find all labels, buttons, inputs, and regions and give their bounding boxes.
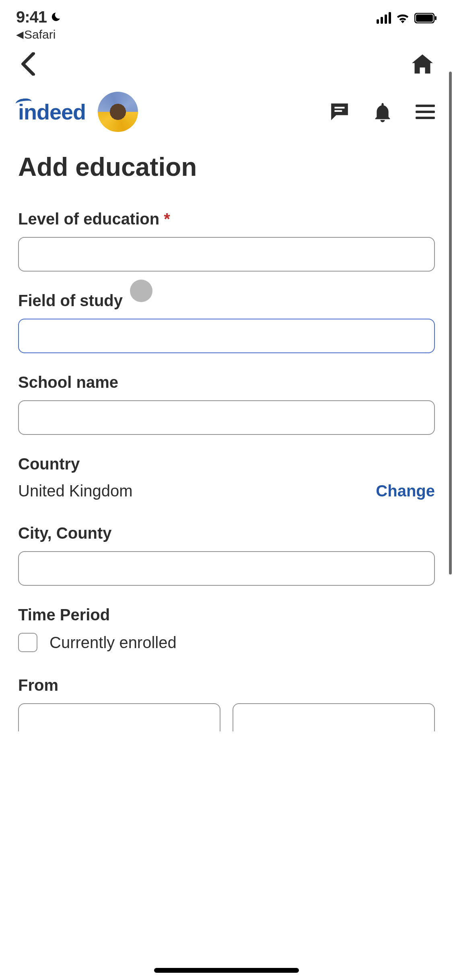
from-group: From [18, 676, 435, 731]
svg-rect-1 [416, 14, 433, 22]
school-name-input[interactable] [18, 400, 435, 435]
field-of-study-input[interactable] [18, 319, 435, 353]
cellular-signal-icon [377, 12, 391, 24]
status-time: 9:41 [16, 8, 47, 26]
country-label: Country [18, 455, 435, 473]
currently-enrolled-label: Currently enrolled [49, 634, 177, 652]
page-title: Add education [18, 152, 435, 182]
svg-rect-3 [416, 105, 435, 107]
back-to-safari[interactable]: ◀ Safari [16, 28, 61, 41]
from-month-select[interactable] [18, 703, 220, 731]
level-of-education-group: Level of education * [18, 210, 435, 272]
field-of-study-label: Field of study [18, 292, 435, 310]
back-button[interactable] [20, 52, 36, 76]
app-header: indeed [0, 84, 453, 152]
from-label: From [18, 676, 435, 694]
indeed-logo[interactable]: indeed [18, 99, 86, 124]
status-bar: 9:41 ◀ Safari [0, 0, 453, 36]
home-button[interactable] [412, 54, 433, 74]
change-country-link[interactable]: Change [376, 482, 435, 500]
scroll-indicator[interactable] [449, 72, 452, 574]
hamburger-menu-icon[interactable] [416, 104, 435, 119]
do-not-disturb-icon [50, 12, 61, 23]
svg-rect-4 [416, 111, 435, 113]
school-name-label: School name [18, 373, 435, 391]
from-year-select[interactable] [233, 703, 435, 731]
time-period-group: Time Period Currently enrolled [18, 606, 435, 652]
currently-enrolled-checkbox[interactable] [18, 633, 37, 652]
country-group: Country United Kingdom Change [18, 455, 435, 500]
school-name-group: School name [18, 373, 435, 435]
city-county-input[interactable] [18, 551, 435, 586]
touch-indicator [130, 280, 152, 302]
notifications-icon[interactable] [374, 101, 391, 122]
svg-rect-2 [435, 16, 437, 20]
city-county-group: City, County [18, 524, 435, 586]
level-of-education-input[interactable] [18, 237, 435, 272]
sunflower-icon [98, 92, 138, 132]
home-indicator[interactable] [154, 968, 299, 973]
field-of-study-group: Field of study [18, 292, 435, 353]
country-value: United Kingdom [18, 482, 133, 500]
back-triangle-icon: ◀ [16, 29, 23, 40]
required-asterisk: * [164, 210, 170, 228]
time-period-label: Time Period [18, 606, 435, 624]
city-county-label: City, County [18, 524, 435, 542]
messages-icon[interactable] [329, 102, 350, 122]
level-of-education-label: Level of education * [18, 210, 435, 228]
svg-rect-5 [416, 117, 435, 119]
battery-icon [414, 13, 437, 23]
wifi-icon [396, 13, 410, 23]
back-app-label: Safari [24, 28, 56, 41]
